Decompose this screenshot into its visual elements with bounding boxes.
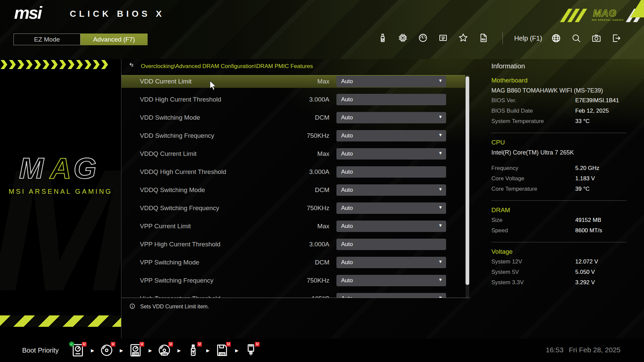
- tab-advanced[interactable]: Advanced (F7): [80, 34, 148, 45]
- uefi-badge: U: [226, 342, 231, 347]
- setting-control-value: Auto: [341, 241, 353, 248]
- exit-button[interactable]: [611, 33, 623, 44]
- chevron-right-icon: [59, 60, 66, 69]
- chevron-right-icon: [17, 60, 24, 69]
- chevron-right-icon: [68, 60, 74, 69]
- chevron-down-icon: ▼: [439, 224, 442, 227]
- hardware-monitor-button[interactable]: [418, 32, 429, 44]
- setting-dropdown[interactable]: Auto ▼: [336, 184, 446, 196]
- uefi-usb-key-boot-device[interactable]: U: [186, 343, 201, 358]
- mag-logo-small: MAG: [593, 8, 617, 18]
- setting-dropdown[interactable]: Auto ▼: [336, 202, 446, 214]
- boot-order-arrow-icon: ▶: [91, 348, 94, 353]
- setting-row[interactable]: High Temperature Threshold 105°C Auto ▼: [121, 292, 465, 298]
- setting-row[interactable]: VPP High Current Threshold 3.000A Auto ▼: [121, 238, 465, 251]
- boot-order-arrow-icon: ▶: [149, 348, 152, 353]
- toolbar-icon-group: LOG: [377, 32, 489, 44]
- svg-text:USB: USB: [162, 353, 167, 356]
- setting-value: Max: [317, 78, 329, 85]
- boot-priority-list: U✓▶U▶USBU▶USBU▶U▶USBU▶U: [70, 343, 259, 358]
- setting-dropdown[interactable]: Auto ▼: [336, 94, 446, 105]
- chevron-down-icon: ▼: [439, 115, 442, 119]
- setting-label: VDD Current Limit: [140, 78, 192, 85]
- product-name: CLICK BIOS X: [70, 9, 165, 19]
- setting-dropdown[interactable]: Auto ▼: [336, 148, 446, 160]
- help-button[interactable]: Help (F1): [514, 35, 542, 42]
- setting-row[interactable]: VPP Current Limit Max Auto ▼: [121, 220, 465, 233]
- star-icon: [458, 33, 469, 43]
- setting-row[interactable]: VDD Switching Mode DCM Auto ▼: [121, 111, 465, 124]
- info-section-heading: CPU: [491, 139, 627, 146]
- search-icon: [571, 33, 582, 44]
- setting-row[interactable]: VDD High Current Threshold 3.000A Auto ▼: [121, 93, 465, 106]
- time: 16:53: [546, 346, 564, 354]
- setting-dropdown[interactable]: Auto ▼: [336, 257, 446, 268]
- info-value: 12.072 V: [575, 258, 598, 265]
- scrollbar-track[interactable]: [466, 75, 469, 298]
- setting-row[interactable]: VDDQ High Current Threshold 3.000A Auto …: [121, 166, 465, 178]
- uefi-network-boot-device[interactable]: U: [244, 343, 259, 358]
- gauge-icon: [418, 33, 428, 43]
- setting-dropdown[interactable]: Auto ▼: [336, 130, 446, 141]
- setting-control-value: Auto: [341, 223, 353, 230]
- setting-dropdown[interactable]: Auto ▼: [336, 221, 446, 232]
- setting-control-value: Auto: [341, 295, 353, 298]
- setting-control-value: Auto: [341, 259, 353, 266]
- setting-dropdown[interactable]: Auto ▼: [336, 76, 446, 87]
- setting-help-text: Sets VDD Current Limit item.: [140, 304, 209, 310]
- scrollbar-thumb[interactable]: [466, 76, 469, 285]
- info-row: System 5V5.050 V: [491, 269, 627, 279]
- search-button[interactable]: [571, 33, 582, 44]
- settings-list: VDD Current Limit Max Auto ▼ VDD High Cu…: [121, 72, 470, 298]
- uefi-usb-cd-dvd-boot-device[interactable]: USBU: [157, 343, 172, 358]
- back-icon[interactable]: [129, 62, 136, 71]
- chevron-decoration: [1, 60, 108, 69]
- setting-row[interactable]: VPP Switching Frequency 750KHz Auto ▼: [121, 274, 465, 287]
- setting-dropdown[interactable]: Auto ▼: [336, 239, 446, 250]
- memo-button[interactable]: [438, 32, 449, 44]
- back-icon: [129, 62, 136, 69]
- screenshot-button[interactable]: [591, 33, 602, 44]
- uefi-cd-dvd-boot-device[interactable]: U: [99, 343, 115, 358]
- favorites-button[interactable]: [458, 32, 469, 44]
- info-row: System 3.3V3.292 V: [491, 279, 627, 290]
- uefi-usb-floppy-boot-device[interactable]: USBU: [215, 343, 230, 358]
- language-button[interactable]: [551, 33, 562, 44]
- setting-row[interactable]: VDD Current Limit Max Auto ▼: [121, 75, 465, 88]
- setting-row[interactable]: VDD Switching Frequency 750KHz Auto ▼: [121, 129, 465, 142]
- info-label: Frequency: [491, 165, 518, 171]
- setting-row[interactable]: VDDQ Switching Mode DCM Auto ▼: [121, 184, 465, 196]
- setting-row[interactable]: VDDQ Current Limit Max Auto ▼: [121, 147, 465, 160]
- setting-dropdown[interactable]: Auto ▼: [336, 275, 446, 286]
- toolbar-right-icons: [551, 33, 623, 44]
- setting-value: DCM: [315, 114, 329, 121]
- setting-value: 750KHz: [307, 204, 329, 212]
- setting-label: VDDQ Switching Mode: [140, 186, 205, 194]
- cpu-spec-button[interactable]: [397, 32, 409, 44]
- setting-label: VPP Current Limit: [140, 223, 191, 230]
- info-section: DRAM Size49152 MBSpeed8600 MT/s: [491, 206, 627, 242]
- setting-value: Max: [317, 150, 329, 158]
- info-label: Speed: [491, 227, 508, 234]
- mag-badge-subtitle: MSI ARSENAL GAMING: [588, 19, 628, 21]
- setting-dropdown[interactable]: Auto ▼: [336, 166, 446, 178]
- setting-row[interactable]: VDDQ Switching Frequency 750KHz Auto ▼: [121, 202, 465, 215]
- m-flash-button[interactable]: [377, 32, 389, 44]
- change-log-button[interactable]: LOG: [478, 32, 489, 44]
- uefi-hard-disk-boot-device[interactable]: U✓: [70, 343, 86, 358]
- chevron-right-icon: [34, 60, 41, 69]
- setting-dropdown[interactable]: Auto ▼: [336, 293, 446, 298]
- chevron-right-icon: [51, 60, 58, 69]
- info-value: 33 °C: [575, 118, 590, 125]
- setting-row[interactable]: VPP Switching Mode DCM Auto ▼: [121, 256, 465, 269]
- mag-tagline: MSI ARSENAL GAMING: [0, 188, 121, 195]
- info-value: E7E39IMSI.1B41: [575, 97, 619, 104]
- tab-ez-mode[interactable]: EZ Mode: [13, 34, 80, 45]
- info-row: Frequency5.20 GHz: [491, 165, 627, 175]
- uefi-usb-hard-disk-boot-device[interactable]: USBU: [128, 343, 144, 358]
- info-section-heading: Motherboard: [491, 77, 627, 84]
- info-device-name: MAG B860 TOMAHAWK WIFI (MS-7E39): [491, 87, 627, 94]
- info-label: System 5V: [491, 269, 519, 275]
- divider: [491, 133, 627, 133]
- setting-dropdown[interactable]: Auto ▼: [336, 112, 446, 123]
